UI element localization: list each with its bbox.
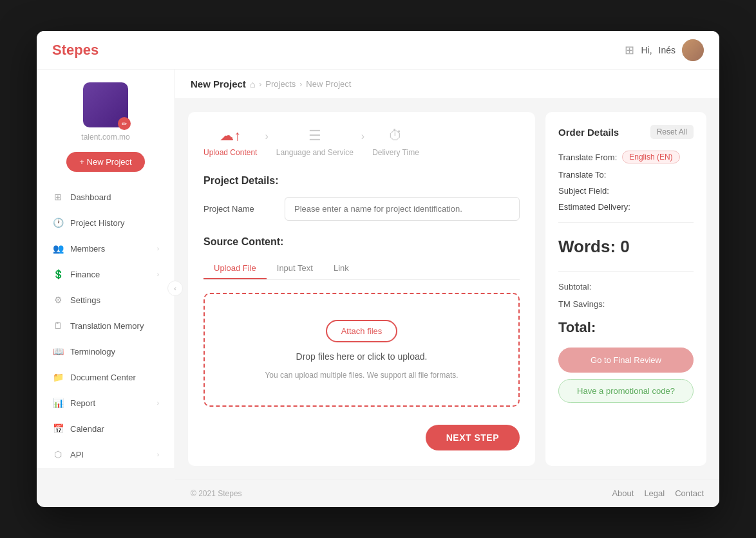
drop-zone-subtext: You can upload multiple files. We suppor…	[265, 371, 458, 380]
sidebar-label-dashboard: Dashboard	[70, 192, 111, 202]
calendar-icon: 📅	[52, 423, 64, 434]
sidebar-label-document-center: Document Center	[70, 373, 136, 382]
finance-icon: 💲	[52, 268, 64, 280]
sidebar-item-api[interactable]: ⬡ API ›	[44, 442, 167, 467]
edit-avatar-icon[interactable]: ✏	[118, 117, 131, 130]
sidebar-label-settings: Settings	[70, 295, 100, 305]
step-delivery-label: Delivery Time	[372, 148, 419, 157]
sidebar-item-dashboard[interactable]: ⊞ Dashboard	[44, 185, 167, 209]
step-upload-content[interactable]: ☁↑ Upload Content	[203, 127, 257, 157]
document-center-icon: 📁	[52, 371, 64, 383]
project-history-icon: 🕐	[52, 217, 64, 228]
footer-links: About Legal Contact	[612, 488, 704, 498]
content-tabs: Upload File Input Text Link	[203, 258, 520, 280]
avatar[interactable]	[682, 39, 704, 61]
step-arrow-1: ›	[265, 131, 268, 142]
greeting-text: Hi,	[641, 45, 652, 55]
settings-icon: ⚙	[52, 294, 64, 306]
tab-upload-file[interactable]: Upload File	[203, 258, 267, 279]
translate-from-value: English (EN)	[622, 151, 679, 163]
finance-chevron: ›	[157, 271, 159, 278]
steps-bar: ☁↑ Upload Content › ☰ Language and Servi…	[203, 127, 520, 157]
sidebar-item-members[interactable]: 👥 Members ›	[44, 236, 167, 261]
sidebar-toggle[interactable]: ‹	[167, 281, 183, 296]
project-panel: ☁↑ Upload Content › ☰ Language and Servi…	[188, 112, 535, 466]
sidebar-item-calendar[interactable]: 📅 Calendar	[44, 416, 167, 441]
project-name-input[interactable]	[285, 197, 520, 221]
total-label: Total:	[558, 319, 694, 336]
translate-from-label: Translate From:	[558, 153, 617, 162]
sidebar-label-api: API	[70, 450, 84, 459]
user-avatar: ✏	[83, 82, 128, 127]
sidebar-item-translation-memory[interactable]: 🗒 Translation Memory	[44, 313, 167, 338]
report-icon: 📊	[52, 397, 64, 409]
sidebar-label-finance: Finance	[70, 270, 100, 279]
sidebar-label-terminology: Terminology	[70, 347, 115, 357]
dashboard-icon: ⊞	[52, 191, 64, 203]
sidebar-item-settings[interactable]: ⚙ Settings	[44, 288, 167, 312]
terminology-icon: 📖	[52, 346, 64, 357]
step-arrow-2: ›	[361, 131, 364, 142]
tab-input-text[interactable]: Input Text	[267, 258, 323, 279]
next-step-button[interactable]: NEXT STEP	[426, 425, 520, 450]
subject-field-label: Subject Field:	[558, 186, 609, 196]
final-review-button[interactable]: Go to Final Review	[558, 348, 694, 373]
members-icon: 👥	[52, 243, 64, 254]
sidebar-nav: ⊞ Dashboard 🕐 Project History 👥	[37, 185, 175, 468]
promo-code-button[interactable]: Have a promotional code?	[558, 379, 694, 403]
page-title: New Project	[191, 79, 246, 89]
tab-link[interactable]: Link	[323, 258, 359, 279]
user-name: talent.com.mo	[81, 133, 129, 142]
attach-files-button[interactable]: Attach files	[326, 320, 398, 342]
drop-zone-text: Drop files here or click to upload.	[296, 351, 428, 362]
project-name-label: Project Name	[203, 204, 274, 214]
footer-link-contact[interactable]: Contact	[675, 488, 704, 498]
breadcrumb-new-project[interactable]: New Project	[306, 79, 351, 89]
sidebar-item-finance[interactable]: 💲 Finance ›	[44, 262, 167, 286]
grid-icon: ⊞	[625, 43, 634, 57]
api-chevron: ›	[157, 451, 159, 458]
breadcrumb-sep-2: ›	[299, 80, 302, 89]
upload-icon: ☁↑	[220, 127, 241, 144]
translate-to-label: Translate To:	[558, 170, 606, 180]
footer-copyright: © 2021 Stepes	[191, 489, 242, 498]
project-details-title: Project Details:	[203, 175, 520, 187]
sidebar-label-calendar: Calendar	[70, 424, 104, 434]
sidebar-item-project-history[interactable]: 🕐 Project History	[44, 210, 167, 235]
estimated-delivery-label: Estimated Delivery:	[558, 202, 630, 212]
words-count: Words: 0	[558, 237, 694, 257]
footer: © 2021 Stepes About Legal Contact	[175, 479, 719, 507]
report-chevron: ›	[157, 400, 159, 407]
step-language-service[interactable]: ☰ Language and Service	[276, 127, 354, 157]
delivery-time-icon: ⏱	[388, 127, 402, 144]
footer-link-about[interactable]: About	[612, 488, 634, 498]
breadcrumb: New Project ⌂ › Projects › New Project	[175, 70, 719, 99]
tm-savings-label: TM Savings:	[558, 299, 694, 309]
sidebar-label-report: Report	[70, 398, 95, 408]
username-text: Inés	[659, 45, 676, 55]
drop-zone[interactable]: Attach files Drop files here or click to…	[203, 293, 520, 407]
subtotal-label: Subtotal:	[558, 282, 694, 292]
project-name-row: Project Name	[203, 197, 520, 221]
language-service-icon: ☰	[308, 127, 321, 144]
sidebar-label-project-history: Project History	[70, 218, 125, 228]
order-details-panel: Order Details Reset All Translate From: …	[545, 112, 706, 466]
sidebar-item-terminology[interactable]: 📖 Terminology	[44, 339, 167, 364]
sidebar-label-members: Members	[70, 244, 105, 254]
footer-link-legal[interactable]: Legal	[644, 488, 665, 498]
order-details-title: Order Details	[558, 127, 619, 138]
sidebar-item-document-center[interactable]: 📁 Document Center	[44, 365, 167, 389]
reset-all-button[interactable]: Reset All	[650, 125, 694, 139]
breadcrumb-projects[interactable]: Projects	[265, 79, 296, 89]
translation-memory-icon: 🗒	[52, 320, 64, 331]
members-chevron: ›	[157, 245, 159, 252]
sidebar-label-translation-memory: Translation Memory	[70, 321, 144, 331]
step-delivery-time[interactable]: ⏱ Delivery Time	[372, 127, 419, 157]
new-project-button[interactable]: + New Project	[66, 152, 144, 172]
sidebar-item-report[interactable]: 📊 Report ›	[44, 391, 167, 415]
home-icon[interactable]: ⌂	[250, 79, 255, 89]
breadcrumb-sep-1: ›	[259, 80, 261, 89]
api-icon: ⬡	[52, 449, 64, 460]
step-language-label: Language and Service	[276, 148, 354, 157]
app-logo: Stepes	[52, 42, 99, 59]
